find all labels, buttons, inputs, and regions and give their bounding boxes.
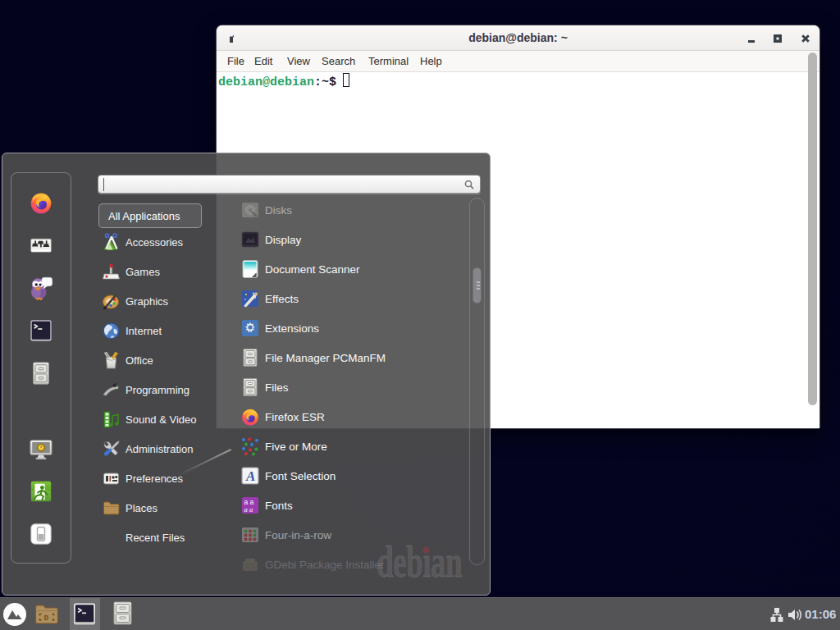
- svg-text:A: A: [245, 468, 255, 484]
- svg-text:D: D: [44, 614, 49, 623]
- svg-text:a a: a a: [244, 505, 253, 514]
